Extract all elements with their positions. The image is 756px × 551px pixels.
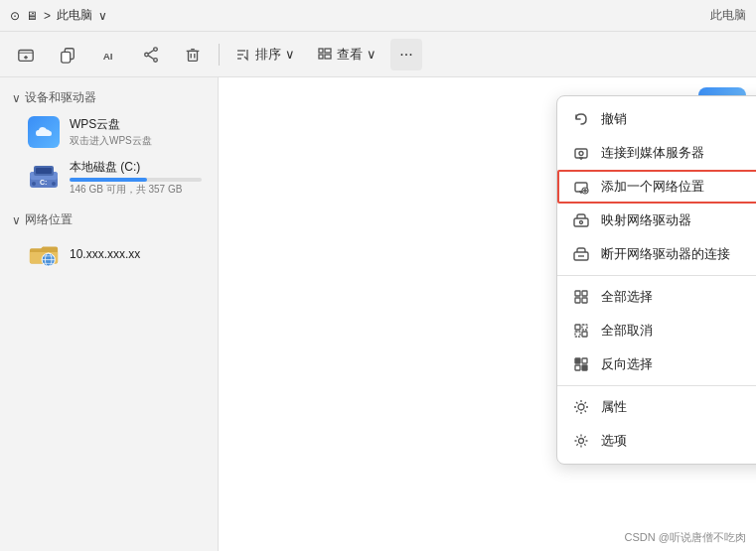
view-button[interactable]: 查看 ∨ (309, 39, 384, 70)
watermark: CSDN @听说唐僧不吃肉 (625, 530, 746, 545)
drive-c-icon: C: (28, 162, 60, 194)
drive-c-subtext: 146 GB 可用，共 357 GB (70, 183, 202, 197)
menu-item-undo[interactable]: 撤销 (557, 102, 756, 136)
svg-rect-33 (575, 149, 587, 158)
menu-item-deselect-all-label: 全部取消 (601, 322, 653, 340)
window-icon: ⊙ (10, 9, 20, 23)
svg-point-59 (578, 404, 584, 410)
add-network-icon (571, 177, 591, 197)
wps-cloud-name: WPS云盘 (70, 116, 202, 133)
network-folder-icon (28, 238, 60, 270)
sort-button[interactable]: 排序 ∨ (227, 39, 303, 70)
properties-icon (571, 397, 591, 417)
title-monitor-icon: 🖥 (26, 9, 38, 23)
menu-item-invert-label: 反向选择 (601, 355, 653, 373)
media-icon (571, 143, 591, 163)
select-all-icon (571, 287, 591, 307)
more-button[interactable]: ··· (390, 39, 422, 70)
svg-rect-54 (582, 332, 587, 337)
menu-item-add-network[interactable]: 添加一个网络位置 (557, 170, 756, 204)
ai-button[interactable]: AI (91, 39, 127, 70)
invert-icon (571, 354, 591, 374)
devices-section-header[interactable]: ∨ 设备和驱动器 (0, 85, 218, 110)
menu-item-select-all[interactable]: 全部选择 (557, 280, 756, 314)
svg-rect-48 (582, 291, 587, 296)
share-button[interactable] (133, 39, 169, 70)
svg-point-25 (32, 182, 36, 186)
svg-point-5 (145, 53, 149, 57)
svg-line-7 (148, 50, 153, 54)
disconnect-icon (571, 244, 591, 264)
view-chevron: ∨ (367, 47, 377, 62)
main-area: ∨ 设备和驱动器 WPS云盘 双击进入WPS云盘 (0, 77, 756, 551)
sidebar-item-wps-cloud[interactable]: WPS云盘 双击进入WPS云盘 (4, 111, 214, 153)
svg-rect-57 (575, 365, 580, 370)
options-icon (571, 431, 591, 451)
svg-rect-24 (36, 168, 52, 174)
svg-rect-49 (575, 298, 580, 303)
title-right-text: 此电脑 (710, 7, 746, 24)
svg-point-60 (579, 439, 584, 444)
svg-point-4 (154, 47, 158, 51)
svg-point-26 (52, 182, 56, 186)
breadcrumb[interactable]: 此电脑 (57, 7, 92, 24)
menu-item-disconnect[interactable]: 断开网络驱动器的连接 (557, 237, 756, 271)
drive-c-progress-fill (70, 178, 147, 182)
breadcrumb-arrow: ∨ (98, 9, 107, 23)
svg-rect-47 (575, 291, 580, 296)
content-area[interactable]: 天 双 撤销 (219, 77, 756, 551)
svg-rect-52 (582, 325, 587, 330)
toolbar-separator-1 (219, 44, 220, 66)
menu-item-deselect-all[interactable]: 全部取消 (557, 314, 756, 347)
drive-c-progress-bar (70, 178, 202, 182)
menu-item-map-drive-label: 映射网络驱动器 (601, 211, 691, 229)
menu-separator-2 (557, 385, 756, 386)
menu-item-add-network-label: 添加一个网络位置 (601, 178, 704, 196)
toolbar: AI 排序 ∨ (0, 32, 756, 77)
context-menu: 撤销 连接到媒体服务器 (556, 95, 756, 465)
svg-rect-20 (325, 55, 331, 59)
new-folder-button[interactable] (8, 39, 44, 70)
wps-cloud-text: WPS云盘 双击进入WPS云盘 (70, 116, 202, 148)
delete-button[interactable] (175, 39, 211, 70)
deselect-icon (571, 321, 591, 341)
wps-cloud-icon (28, 116, 60, 148)
svg-rect-58 (582, 365, 587, 370)
svg-point-34 (579, 152, 583, 156)
map-drive-icon (571, 210, 591, 230)
menu-item-properties[interactable]: 属性 (557, 390, 756, 424)
network-item-name: 10.xxx.xxx.xx (70, 247, 202, 261)
undo-icon (571, 109, 591, 129)
network-label: 网络位置 (25, 211, 73, 228)
svg-text:C:: C: (40, 179, 47, 186)
menu-item-select-all-label: 全部选择 (601, 288, 653, 306)
sidebar-item-drive-c[interactable]: C: 本地磁盘 (C:) 146 GB 可用，共 357 GB (4, 154, 214, 202)
menu-item-invert[interactable]: 反向选择 (557, 347, 756, 381)
menu-item-map-drive[interactable]: 映射网络驱动器 (557, 204, 756, 237)
menu-item-disconnect-label: 断开网络驱动器的连接 (601, 245, 730, 263)
network-section-header[interactable]: ∨ 网络位置 (0, 207, 218, 232)
menu-item-options-label: 选项 (601, 432, 627, 450)
copy-button[interactable] (50, 39, 85, 70)
network-chevron: ∨ (12, 213, 21, 227)
menu-item-properties-label: 属性 (601, 398, 627, 416)
svg-rect-18 (325, 49, 331, 53)
menu-separator-1 (557, 275, 756, 276)
svg-rect-2 (62, 52, 71, 63)
menu-item-connect-media[interactable]: 连接到媒体服务器 (557, 136, 756, 170)
sidebar-item-network[interactable]: 10.xxx.xxx.xx (4, 233, 214, 275)
svg-rect-17 (319, 49, 323, 53)
menu-item-connect-media-label: 连接到媒体服务器 (601, 144, 704, 162)
view-label: 查看 (337, 46, 363, 64)
menu-item-undo-label: 撤销 (601, 110, 627, 128)
devices-label: 设备和驱动器 (25, 89, 96, 106)
menu-item-options[interactable]: 选项 (557, 424, 756, 458)
sort-label: 排序 (255, 46, 281, 64)
svg-rect-56 (582, 358, 587, 363)
drive-c-name: 本地磁盘 (C:) (70, 159, 202, 176)
network-item-text: 10.xxx.xxx.xx (70, 247, 202, 261)
svg-rect-19 (319, 55, 323, 59)
svg-rect-55 (575, 358, 580, 363)
svg-point-44 (580, 221, 583, 224)
sort-chevron: ∨ (285, 47, 295, 62)
